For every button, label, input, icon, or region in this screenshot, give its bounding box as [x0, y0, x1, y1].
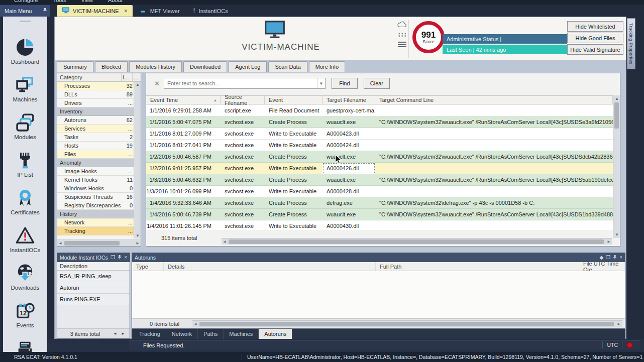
scroll-left-icon[interactable]: ◄: [58, 241, 62, 246]
pin-icon[interactable]: [43, 8, 47, 14]
sidebar-item-partial[interactable]: [3, 338, 47, 352]
category-row-image-hooks[interactable]: Image Hooks...: [57, 167, 134, 176]
ioc-row-autorun[interactable]: Autorun: [57, 282, 130, 294]
sidebar-item-dashboard[interactable]: Dashboard: [3, 37, 47, 68]
bottom-tab-tracking[interactable]: Tracking: [134, 329, 166, 339]
scroll-up-icon[interactable]: ▲: [136, 82, 140, 87]
category-row-services[interactable]: Services...: [57, 125, 134, 133]
sidebar-item-machines[interactable]: Machines: [3, 74, 47, 105]
table-row[interactable]: 1/4/2016 9:32:33.646 AMsvchost.exeCreate…: [146, 197, 613, 209]
pin-icon[interactable]: [118, 255, 122, 261]
category-row-kernel-hooks[interactable]: Kernel Hooks11: [57, 176, 134, 184]
scroll-left-icon[interactable]: ◄: [193, 322, 197, 326]
ioc-row-rsa-ir-ping-sleep[interactable]: RSA_IR-PING_sleep: [57, 271, 130, 282]
pin-icon[interactable]: [613, 255, 617, 261]
column-header-event[interactable]: Event: [265, 96, 323, 104]
column-header-target-filename[interactable]: Target Filename: [323, 96, 375, 104]
autoruns-column-file-utc-time-cre-[interactable]: File UTC Time Cre...: [579, 262, 625, 271]
category-row-processes[interactable]: Processes32: [57, 82, 134, 90]
tab-modules-history[interactable]: Modules History: [129, 61, 182, 72]
tab-downloaded[interactable]: Downloaded: [183, 61, 227, 72]
scrollbar-thumb[interactable]: [614, 102, 619, 129]
sidebar-item-certificates[interactable]: Certificates: [3, 187, 47, 218]
category-horizontal-scrollbar[interactable]: ◄►: [57, 239, 141, 246]
find-button[interactable]: Find: [332, 78, 358, 89]
window-tab-instantiocs[interactable]: InstantIOCs: [187, 5, 233, 17]
category-row-inventory[interactable]: Inventory: [57, 107, 134, 116]
extra-column-header[interactable]: ...: [133, 73, 141, 81]
ioc-column-header[interactable]: Description: [57, 262, 130, 271]
tab-more-info[interactable]: More Info: [309, 61, 345, 72]
sidebar-collapse-handle[interactable]: [20, 21, 31, 22]
restore-icon[interactable]: ❐: [111, 255, 115, 260]
table-row[interactable]: 1/3/2016 10:01:26.099 PMsvchost.exeWrite…: [146, 186, 613, 197]
main-menu-header[interactable]: Main Menu: [0, 5, 50, 17]
bottom-tab-network[interactable]: Network: [166, 329, 198, 339]
events-horizontal-scrollbar[interactable]: ◄►: [222, 238, 612, 245]
events-vertical-scrollbar[interactable]: ▲▼: [613, 95, 620, 238]
menu-item-tools[interactable]: Tools: [53, 0, 66, 5]
category-row-anomaly[interactable]: Anomaly: [57, 159, 134, 167]
table-row[interactable]: 1/1/2016 8:01:27.009 PMsvchost.exeWrite …: [146, 128, 613, 140]
category-row-history[interactable]: History: [57, 210, 134, 218]
close-icon[interactable]: ×: [124, 8, 128, 15]
table-row[interactable]: 1/1/2016 9:29:01.258 AMcscript.exeFile R…: [146, 105, 613, 116]
autoruns-column-full-path[interactable]: Full Path: [376, 262, 579, 271]
sidebar-item-downloads[interactable]: Downloads: [3, 263, 47, 294]
items-column-header[interactable]: I...: [122, 73, 133, 81]
ioc-row-runs-ping-exe[interactable]: Runs PING.EXE: [57, 294, 130, 305]
tab-summary[interactable]: Summary: [57, 61, 93, 72]
close-icon[interactable]: ×: [619, 255, 622, 260]
menu-item-about[interactable]: About: [108, 0, 123, 5]
category-row-tracking[interactable]: Tracking...: [57, 227, 134, 235]
menu-item-view[interactable]: View: [81, 0, 93, 5]
column-header-target-command-line[interactable]: Target Command Line: [375, 96, 613, 104]
chevron-down-icon[interactable]: ▼: [317, 78, 325, 88]
scroll-down-icon[interactable]: ▼: [136, 233, 140, 238]
hide-good-files-button[interactable]: Hide Good Files: [567, 33, 623, 43]
category-row-network[interactable]: Network...: [57, 218, 134, 227]
category-row-autoruns[interactable]: Autoruns62: [57, 116, 134, 125]
search-input[interactable]: [164, 80, 317, 86]
category-row-windows-hooks[interactable]: Windows Hooks0: [57, 184, 134, 193]
close-icon[interactable]: ✕: [154, 80, 160, 87]
sidebar-item-modules[interactable]: Modules: [3, 112, 47, 143]
table-row[interactable]: 1/3/2016 5:00:46.632 PMsvchost.exeCreate…: [146, 174, 613, 186]
bottom-tab-autoruns[interactable]: Autoruns: [259, 329, 292, 339]
scrollbar-thumb[interactable]: [64, 241, 120, 246]
category-vertical-scrollbar[interactable]: ▲▼: [134, 82, 141, 238]
clear-button[interactable]: Clear: [364, 78, 390, 89]
scroll-right-icon[interactable]: ►: [136, 241, 140, 246]
tab-agent-log[interactable]: Agent Log: [229, 61, 267, 72]
category-row-suspicious-threads[interactable]: Suspicious Threads16: [57, 193, 134, 201]
tab-scan-data[interactable]: Scan Data: [268, 61, 307, 72]
table-row[interactable]: 1/2/2016 9:01:25.957 PMsvchost.exeWrite …: [146, 163, 613, 174]
category-row-tasks[interactable]: Tasks2: [57, 133, 134, 142]
window-tab-victim-machine[interactable]: VICTIM-MACHINE×: [57, 5, 133, 17]
table-row[interactable]: 1/1/2016 5:00:47.075 PMsvchost.exeCreate…: [146, 116, 613, 128]
hamburger-icon[interactable]: [398, 42, 406, 47]
autoruns-horizontal-scrollbar[interactable]: ◄►: [192, 320, 622, 327]
sidebar-item-events[interactable]: 12Events: [3, 300, 47, 331]
scroll-left-icon[interactable]: ◄: [223, 239, 227, 244]
category-row-files[interactable]: Files...: [57, 150, 134, 159]
tab-blocked[interactable]: Blocked: [95, 61, 128, 72]
category-row-registry-discrepancies[interactable]: Registry Discrepancies0: [57, 201, 134, 210]
close-icon[interactable]: ×: [124, 255, 127, 260]
category-column-header[interactable]: Category: [57, 73, 122, 81]
bottom-tab-machines[interactable]: Machines: [224, 329, 259, 339]
table-row[interactable]: 1/4/2016 5:00:46.739 PMsvchost.exeCreate…: [146, 209, 613, 220]
autoruns-column-type[interactable]: Type: [132, 262, 164, 271]
scrollbar-thumb[interactable]: [229, 239, 604, 244]
table-row[interactable]: 1/2/2016 5:00:46.587 PMsvchost.exeCreate…: [146, 151, 613, 163]
hide-whitelisted-button[interactable]: Hide Whitelisted: [567, 21, 623, 32]
sidebar-item-ip-list[interactable]: IP List: [3, 150, 47, 181]
sidebar-item-instantiocs[interactable]: InstantIOCs: [3, 225, 47, 256]
scroll-right-icon[interactable]: ►: [617, 322, 621, 326]
scrollbar-thumb[interactable]: [199, 322, 614, 326]
category-row-hosts[interactable]: Hosts19: [57, 142, 134, 150]
bottom-tab-paths[interactable]: Paths: [198, 329, 224, 339]
table-row[interactable]: 1/4/2016 11:01:26.145 PMsvchost.exeWrite…: [146, 220, 613, 230]
column-header-event-time[interactable]: Event Time▲: [146, 96, 221, 104]
table-row[interactable]: 1/1/2016 8:01:27.041 PMsvchost.exeWrite …: [146, 140, 613, 151]
